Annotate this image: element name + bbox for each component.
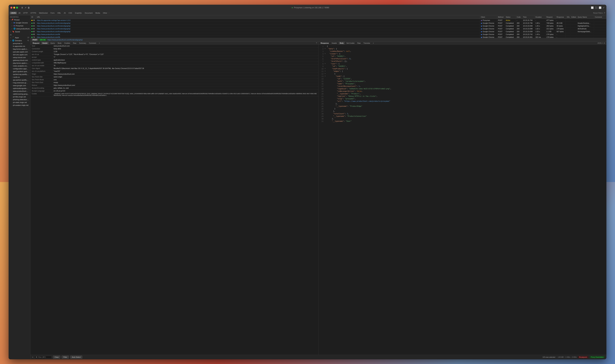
sidebar-item-domains[interactable]: ▾ 🌐 Domains 41: [9, 39, 30, 42]
header-key: Connection: [30, 47, 52, 50]
configuration-label: configuration.appl...: [13, 68, 28, 70]
filter-tab-websocket[interactable]: WebSocket: [38, 12, 49, 14]
export-icon[interactable]: ↗: [25, 6, 27, 9]
table-row[interactable]: 63 https://www.producthunt.com/frontend/…: [30, 25, 307, 27]
sidebar-domain-ph-static[interactable]: ◦ ph-static.imgix.net: [9, 101, 30, 104]
sidebar-domain-play-itunes[interactable]: ◦ play.itunes.apple.c...: [9, 62, 30, 65]
api-partner-icon: ◦: [12, 79, 12, 81]
close-button[interactable]: [11, 7, 12, 9]
sidebar-domain-itunes-bag[interactable]: ◦ bag.itunes.apple.c...: [9, 48, 30, 51]
filter-tab-all[interactable]: All: [17, 12, 22, 14]
table-row[interactable]: 38 https://in.appcenter.ms/logs?api-vers…: [30, 19, 307, 22]
sidebar-domain-ph-files[interactable]: ◦ ph-files.imgix.net: [9, 95, 30, 98]
ph-avatars-icon: ◦: [12, 104, 12, 106]
proxyman-icon: ◉: [14, 25, 15, 27]
header-key: sec-ch-ua: [30, 53, 52, 56]
sidebar-item-google-chrome[interactable]: ▸ ◉ Google Chrome: [9, 21, 30, 24]
sidebar-item-apps[interactable]: ▸ 📱 Apps 10: [9, 36, 30, 39]
domains-arrow: ▾: [11, 40, 11, 41]
filter-tab-js[interactable]: JS: [63, 12, 67, 14]
request-tab-body[interactable]: Body: [56, 42, 63, 44]
table-row[interactable]: 65 https://www.producthunt.com/frontend/…: [30, 30, 307, 33]
td-url: https://www.producthunt.com/frontend/gra…: [36, 30, 307, 33]
header-value: www.producthunt.com: [52, 45, 307, 47]
saved-label: Saved: [15, 31, 20, 33]
all-label: All: [9, 33, 30, 36]
f-log-label: f-log-extension.gr...: [13, 82, 28, 84]
pancake-label: pancake.apple.com: [13, 51, 28, 53]
appcenter-icon: ◦: [12, 45, 12, 47]
sidebar-domain-notes-analytics[interactable]: ◦ notes-analytics-ev...: [9, 65, 30, 67]
table-header: ID URL Client Method Status Code Time Du…: [30, 15, 307, 19]
th-id: ID: [30, 16, 36, 18]
doh-icon: ◦: [12, 54, 12, 56]
table-row[interactable]: 68 https://www.producthunt.com/f/k ◉ Goo…: [30, 33, 307, 36]
sidebar-domain-f-log[interactable]: ◦ f-log-extension.gr...: [9, 81, 30, 84]
sidebar-domain-doh[interactable]: ◦ doh.dns.apple.com: [9, 53, 30, 56]
header-row: sec-ch-ua-platform "macOS": [30, 70, 307, 73]
pinned-section[interactable]: ▾ 📌 Pinned: [9, 18, 30, 21]
sidebar-domain-pancake[interactable]: ◦ pancake.apple.com: [9, 51, 30, 53]
gae2-icon: ◦: [12, 71, 12, 72]
request-tab-add[interactable]: +: [98, 42, 101, 44]
header-key: Sec-Fetch-Mode: [30, 78, 52, 81]
maximize-button[interactable]: [16, 7, 18, 9]
sidebar-item-producthunt[interactable]: ▸ 🌐 www.producthunt...: [9, 27, 30, 30]
sidebar-domain-configuration[interactable]: ◦ configuration.appl...: [9, 67, 30, 70]
chrome-label: Google Chrome: [16, 22, 28, 24]
pause-icon[interactable]: ⏸: [21, 6, 23, 9]
filter-tab-graphql[interactable]: GraphQL: [74, 12, 83, 14]
filter-tab-json[interactable]: JSON: [10, 12, 17, 14]
header-key: Sec-Fetch-Site: [30, 76, 52, 78]
more-filters-icon[interactable]: ›: [109, 12, 109, 14]
filter-tab-document[interactable]: Document: [83, 12, 94, 14]
sidebar-domain-proxyman[interactable]: ◦ proxyman.io: [9, 42, 30, 45]
table-row[interactable]: 64 https://www.producthunt.com/frontend/…: [30, 27, 307, 30]
saved-section[interactable]: ▸ 🔖 Saved: [9, 30, 30, 33]
sidebar-domain-icloud-setup[interactable]: ◦ setup.icloud.com: [9, 56, 30, 59]
sidebar-domain-gae2[interactable]: ◦ gae2-spclient.spot...: [9, 70, 30, 73]
sidebar-domain-producthunt[interactable]: ◦ www.producthunt....: [9, 90, 30, 92]
sidebar-item-proxyman[interactable]: ▸ ◉ Proxyman: [9, 24, 30, 27]
request-tab-header[interactable]: Header: [41, 42, 49, 44]
header-value: https://www.producthunt.com/: [52, 84, 307, 87]
sidebar-domain-appcenter[interactable]: ◦ in.appcenter.ms: [9, 45, 30, 48]
header-row: x-requested-with XMLHttpRequest: [30, 62, 307, 64]
traffic-lights: [11, 7, 18, 9]
table-row[interactable]: 39 https://www.producthunt.com/frontend/…: [30, 22, 307, 25]
request-tab-raw[interactable]: Raw: [72, 42, 78, 44]
saved-icon: 🔖: [12, 31, 14, 33]
filter-tab-css[interactable]: CSS: [67, 12, 73, 14]
sidebar-domain-safebrowsing[interactable]: ◦ safebrowsing.goog...: [9, 92, 30, 95]
trash-icon[interactable]: 🗑: [28, 6, 30, 9]
filter-tab-https[interactable]: HTTPS: [29, 12, 37, 14]
titlebar-controls: ⏸ ↗ 🗑: [21, 6, 30, 9]
request-tab-summary[interactable]: Summary: [78, 42, 87, 44]
request-tab-cookies[interactable]: Cookies: [63, 42, 71, 44]
sidebar-domain-api-partner[interactable]: ◦ api-partner.spotify....: [9, 78, 30, 81]
sidebar-domain-phishing[interactable]: ◦ phishing-detection....: [9, 98, 30, 101]
itunes-bag-label: bag.itunes.apple.c...: [13, 48, 28, 50]
domains-label: Domains: [15, 40, 22, 41]
filter-tab-form[interactable]: Form: [49, 12, 56, 14]
sidebar-domain-optimizationguide[interactable]: ◦ optimizationguide-...: [9, 87, 30, 90]
filter-tab-media[interactable]: Media: [94, 12, 101, 14]
header-value: "macOS": [52, 70, 307, 73]
table-row[interactable]: 74 https://www.producthunt.com/f/k ◉ Goo…: [30, 36, 307, 38]
request-tab-comment[interactable]: Comment: [88, 42, 97, 44]
sidebar-domain-icloud-gateway[interactable]: ◦ gateway.icloud.com: [9, 59, 30, 62]
sidebar-domain-ph-avatars[interactable]: ◦ ph-avatars.imgix.net: [9, 104, 30, 107]
sidebar-domain-scdn[interactable]: ◦ i.scdn.co: [9, 76, 30, 78]
filter-tab-http[interactable]: HTTP: [22, 12, 29, 14]
td-url: https://www.producthunt.com/frontend/gra…: [36, 25, 307, 27]
filter-tab-other[interactable]: Other: [102, 12, 109, 14]
header-value: "Google Chrome";v="123", "Not-A-Brand";v…: [52, 53, 307, 56]
sidebar-domain-google[interactable]: ◦ www.google.com: [9, 84, 30, 87]
play-itunes-icon: ◦: [12, 62, 12, 64]
filter-tab-xml[interactable]: XML: [56, 12, 62, 14]
minimize-button[interactable]: [13, 7, 15, 9]
doh-label: doh.dns.apple.com: [13, 54, 27, 56]
sidebar-domain-spclient[interactable]: ◦ spclient.wg.spotify....: [9, 73, 30, 76]
request-tab-query[interactable]: Query: [49, 42, 56, 44]
ph-files-label: ph-files.imgix.net: [13, 96, 26, 98]
